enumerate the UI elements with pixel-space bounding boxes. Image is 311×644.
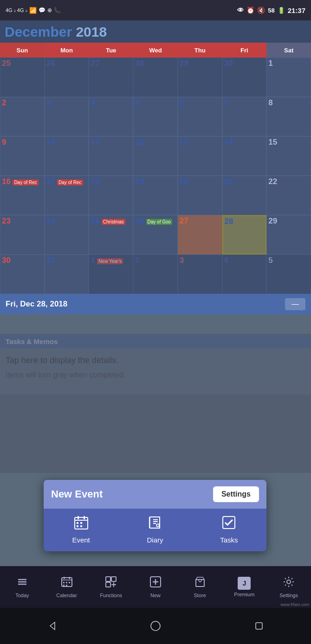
cal-cell-w4-d2[interactable]: 17 Day of Rec <box>45 176 89 215</box>
cal-cell-w2-d1[interactable]: 2 <box>0 97 45 136</box>
bt-icon: ⊕ <box>47 7 52 13</box>
calendar-nav-icon <box>61 576 73 591</box>
day-header-sun: Sun <box>0 43 45 57</box>
cal-cell-w6-d1[interactable]: 30 <box>0 255 45 294</box>
new-nav-icon <box>149 576 162 591</box>
cal-cell-w3-d5[interactable]: 13 <box>178 136 222 176</box>
nav-item-store[interactable]: Store <box>181 576 219 598</box>
cal-cell-w6-d3[interactable]: 1 New Year's <box>89 255 133 294</box>
cal-cell-w1-d1[interactable]: 25 <box>0 57 45 97</box>
svg-rect-19 <box>69 582 70 583</box>
cal-cell-w2-d3[interactable]: 4 <box>89 97 133 136</box>
cal-cell-w6-d2[interactable]: 31 <box>45 255 89 294</box>
svg-rect-2 <box>78 516 79 519</box>
action-event[interactable]: Event <box>72 515 90 544</box>
bottom-nav[interactable]: Today Calendar <box>0 566 311 608</box>
nav-item-functions[interactable]: Functions <box>92 576 130 598</box>
svg-rect-20 <box>63 585 65 586</box>
cal-cell-w5-d2[interactable]: 24 <box>45 215 89 255</box>
cal-cell-w5-d7[interactable]: 29 <box>266 215 311 255</box>
android-nav[interactable] <box>0 608 311 644</box>
cal-cell-w6-d6[interactable]: 4 <box>222 255 267 294</box>
selected-date-bar[interactable]: Fri, Dec 28, 2018 — <box>0 294 311 314</box>
spacer <box>0 314 311 335</box>
battery-level: 58 <box>268 7 274 14</box>
settings-button[interactable]: Settings <box>213 486 259 502</box>
day-header-mon: Mon <box>45 43 89 57</box>
today-label: Today <box>15 593 29 598</box>
cal-cell-w4-d1[interactable]: 16 Day of Rec <box>0 176 45 215</box>
nav-item-today[interactable]: Today <box>4 576 41 598</box>
day-header-tue: Tue <box>89 43 133 57</box>
action-tasks[interactable]: Tasks <box>220 515 238 544</box>
cal-cell-w1-d6[interactable]: 30 <box>222 57 267 97</box>
cal-cell-w1-d2[interactable]: 26 <box>45 57 89 97</box>
cal-cell-w1-d4[interactable]: 28 <box>133 57 178 97</box>
cal-cell-w3-d2[interactable]: 10 <box>45 136 89 176</box>
cal-cell-w6-d7[interactable]: 5 <box>266 255 311 294</box>
cal-cell-w1-d3[interactable]: 27 <box>89 57 133 97</box>
year-label: 2018 <box>76 24 107 39</box>
day-header-wed: Wed <box>133 43 178 57</box>
svg-rect-3 <box>84 516 85 519</box>
cal-cell-w5-d4[interactable]: 26 Day of Goo <box>133 215 178 255</box>
cal-cell-w2-d6[interactable]: 7 <box>222 97 267 136</box>
month-year: December 2018 <box>5 24 306 40</box>
cal-cell-w1-d7[interactable]: 1 <box>266 57 311 97</box>
expand-button[interactable]: — <box>285 298 305 310</box>
cal-cell-w2-d5[interactable]: 6 <box>178 97 222 136</box>
cal-cell-w4-d4[interactable]: 19 <box>133 176 178 215</box>
cal-cell-w5-d6[interactable]: 28 <box>222 215 267 255</box>
cal-cell-w5-d3[interactable]: 25 Christmas <box>89 215 133 255</box>
svg-point-33 <box>151 621 160 631</box>
premium-icon: J <box>238 577 251 590</box>
cal-cell-w6-d5[interactable]: 3 <box>178 255 222 294</box>
nav-item-calendar[interactable]: Calendar <box>48 576 85 598</box>
cal-cell-w4-d7[interactable]: 22 <box>266 176 311 215</box>
tasks-label: Tasks <box>220 536 238 544</box>
nav-item-new[interactable]: New <box>137 576 174 598</box>
calendar-grid[interactable]: 25 26 27 28 29 30 1 2 3 4 5 6 7 8 9 10 1… <box>0 57 311 294</box>
cal-cell-w3-d4[interactable]: 12 <box>133 136 178 176</box>
premium-label: Premium <box>234 592 254 597</box>
cal-cell-w4-d6[interactable]: 21 <box>222 176 267 215</box>
svg-rect-6 <box>77 525 78 527</box>
cal-cell-w4-d3[interactable]: 18 <box>89 176 133 215</box>
cal-cell-w2-d7[interactable]: 8 <box>266 97 311 136</box>
watermark: www.frfam.com <box>280 602 309 607</box>
day-header-thu: Thu <box>178 43 222 57</box>
cal-cell-w1-d5[interactable]: 29 <box>178 57 222 97</box>
nav-item-premium[interactable]: J Premium <box>226 577 263 597</box>
cal-cell-w3-d7[interactable]: 15 <box>266 136 311 176</box>
cal-cell-w5-d1[interactable]: 23 <box>0 215 45 255</box>
cal-cell-w6-d4[interactable]: 2 <box>133 255 178 294</box>
mute-icon: 🔇 <box>257 6 265 14</box>
action-diary[interactable]: Diary <box>147 515 163 544</box>
cal-cell-w5-d5[interactable]: 27 <box>178 215 222 255</box>
status-left: 4G ᵢᵢ 4G ᵢᵢ 📶 💬 ⊕ 📞 <box>6 7 61 14</box>
svg-rect-23 <box>111 577 116 581</box>
popup-overlay <box>0 334 311 473</box>
phone-icon: 📞 <box>54 7 61 13</box>
cal-cell-w3-d6[interactable]: 14 <box>222 136 267 176</box>
new-event-actions: Event Diary <box>44 509 266 551</box>
back-button[interactable] <box>38 612 66 640</box>
home-button[interactable] <box>142 612 169 640</box>
cal-cell-w4-d5[interactable]: 20 <box>178 176 222 215</box>
cal-cell-w3-d1[interactable]: 9 <box>0 136 45 176</box>
svg-rect-17 <box>63 582 65 583</box>
diary-icon <box>148 515 162 532</box>
svg-marker-32 <box>50 622 55 630</box>
calendar-header: December 2018 <box>0 20 311 43</box>
alarm-icon: ⏰ <box>246 6 254 14</box>
event-label: Event <box>72 536 90 544</box>
event-christmas: Christmas <box>102 219 125 225</box>
cal-cell-w3-d3[interactable]: 11 <box>89 136 133 176</box>
recents-button[interactable] <box>245 612 273 640</box>
day-header-sat: Sat <box>266 43 311 57</box>
whatsapp-icon: 💬 <box>39 7 45 13</box>
nav-item-settings[interactable]: Settings <box>270 576 307 598</box>
cal-cell-w2-d4[interactable]: 5 <box>133 97 178 136</box>
status-bar: 4G ᵢᵢ 4G ᵢᵢ 📶 💬 ⊕ 📞 👁 ⏰ 🔇 58 🔋 21:37 <box>0 0 311 20</box>
cal-cell-w2-d2[interactable]: 3 <box>45 97 89 136</box>
